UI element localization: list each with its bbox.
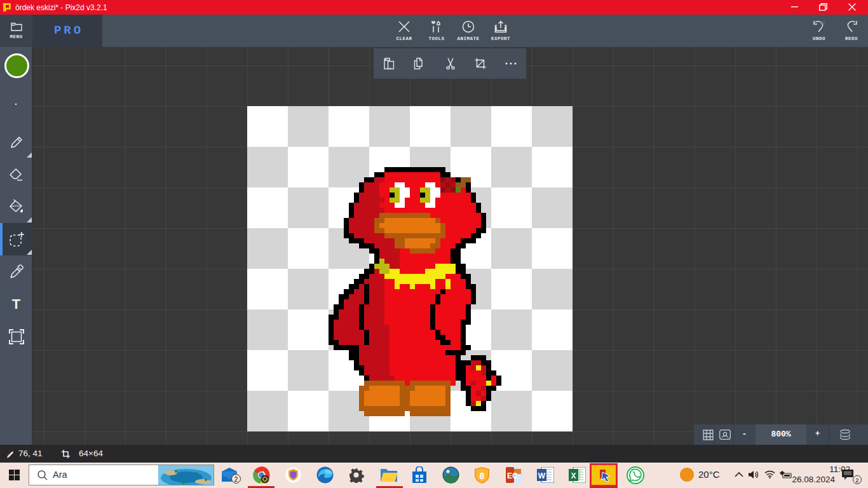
svg-text:W: W: [538, 471, 546, 480]
svg-text:X: X: [571, 471, 576, 480]
svg-text:8: 8: [480, 471, 485, 481]
svg-text:00: 00: [819, 20, 825, 27]
svg-text:EC: EC: [507, 471, 518, 480]
